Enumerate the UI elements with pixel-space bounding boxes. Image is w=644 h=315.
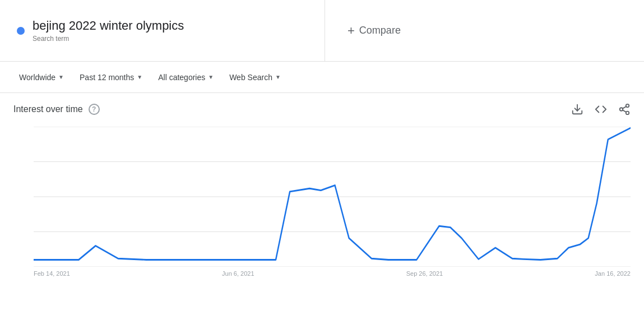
search-term-name: bejing 2022 winter olympics — [33, 18, 184, 33]
chevron-down-icon: ▼ — [275, 74, 281, 80]
time-range-filter-label: Past 12 months — [80, 73, 134, 82]
chart-title: Interest over time — [13, 104, 83, 114]
embed-icon[interactable] — [595, 103, 607, 115]
compare-button[interactable]: + Compare — [348, 24, 401, 38]
header-row: bejing 2022 winter olympics Search term … — [0, 0, 644, 62]
filters-row: Worldwide ▼ Past 12 months ▼ All categor… — [0, 62, 644, 93]
series-color-dot — [17, 27, 25, 35]
search-type-filter[interactable]: Web Search ▼ — [224, 70, 286, 85]
compare-section: + Compare — [325, 0, 644, 61]
search-term-section: bejing 2022 winter olympics Search term — [0, 0, 325, 61]
share-icon[interactable] — [618, 103, 631, 115]
x-label-sep: Sep 26, 2021 — [406, 270, 443, 277]
svg-line-5 — [623, 106, 626, 109]
x-label-feb: Feb 14, 2021 — [34, 270, 70, 277]
category-filter[interactable]: All categories ▼ — [152, 70, 219, 85]
help-icon[interactable]: ? — [89, 104, 100, 115]
chart-title-group: Interest over time ? — [13, 104, 100, 115]
location-filter[interactable]: Worldwide ▼ — [13, 70, 70, 85]
location-filter-label: Worldwide — [19, 73, 55, 82]
x-label-jun: Jun 6, 2021 — [222, 270, 254, 277]
x-axis-labels: Feb 14, 2021 Jun 6, 2021 Sep 26, 2021 Ja… — [0, 267, 644, 277]
time-range-filter[interactable]: Past 12 months ▼ — [74, 70, 148, 85]
chart-section: Interest over time ? — [0, 93, 644, 277]
search-term-label: Search term — [33, 35, 184, 43]
compare-label: Compare — [359, 25, 401, 36]
search-type-filter-label: Web Search — [229, 73, 272, 82]
chevron-down-icon: ▼ — [58, 74, 64, 80]
chart-actions — [571, 103, 631, 115]
chevron-down-icon: ▼ — [208, 74, 214, 80]
category-filter-label: All categories — [158, 73, 205, 82]
search-term-text: bejing 2022 winter olympics Search term — [33, 18, 184, 43]
download-icon[interactable] — [571, 103, 583, 115]
chart-header: Interest over time ? — [0, 93, 644, 121]
x-label-jan: Jan 16, 2022 — [595, 270, 631, 277]
chart-area: 100 75 50 25 — [0, 127, 644, 267]
line-chart: 100 75 50 25 — [34, 127, 631, 267]
plus-icon: + — [348, 24, 355, 38]
svg-line-4 — [623, 110, 626, 112]
chevron-down-icon: ▼ — [137, 74, 142, 80]
